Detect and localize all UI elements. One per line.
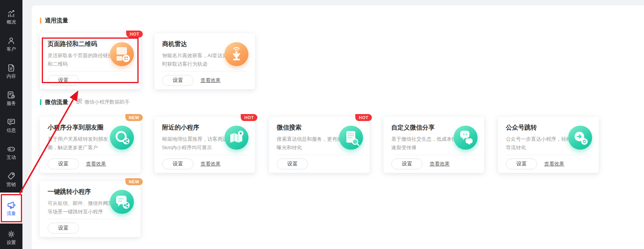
card-desc: 智能名片高效获客，AI雷达实时获取访客行为轨迹 [162, 51, 231, 68]
new-badge: NEW [125, 114, 143, 121]
card-desc: 基于微信社交生态，低成本快速裂变传播 [391, 135, 460, 152]
hot-badge: HOT [126, 31, 143, 38]
sidebar-item-label: 流量 [7, 211, 16, 216]
card-official-account-jump: 公众号跳转 公众号一步直达小程序，轻松导流转化 设置 查看效果 [498, 117, 599, 173]
card-custom-wechat-share: 自定义微信分享 基于微信社交生态，低成本快速裂变传播 设置 查看效果 [384, 117, 484, 173]
sidebar-item-content[interactable]: 内容 [0, 57, 22, 84]
card-footer: 设置 查看效果 [162, 155, 247, 173]
sidebar-item-label: 营销 [7, 182, 16, 187]
sidebar-item-interaction[interactable]: 互动 [0, 138, 22, 165]
wechat-card-grid-row2: NEW 一键跳转小程序 可从短信、邮件、微信外网页等场景一键跳转至小程序 设置 [40, 181, 644, 237]
settings-button[interactable]: 设置 [162, 75, 194, 86]
assistant-label: 微信小程序数据助手 [84, 99, 130, 106]
content-icon [7, 63, 15, 72]
settings-button[interactable]: 设置 [506, 159, 537, 169]
settings-icon [7, 230, 15, 238]
wechat-card-grid: NEW 小程序分享到朋友圈 基于用户关系链转发到朋友圈，触达更多更广客户 设置 … [40, 117, 644, 173]
card-page-path-qrcode: HOT 页面路径和二维码 灵活获取各个页面的路径链接和二维码 设置 [40, 33, 140, 89]
sidebar-item-label: 概况 [7, 20, 16, 24]
moments-share-icon [110, 126, 134, 150]
general-card-grid: HOT 页面路径和二维码 灵活获取各个页面的路径链接和二维码 设置 商机雷达 智… [40, 33, 644, 89]
card-desc: 根据地理位置推荐，访客周边5km内小程序均可展示 [162, 135, 231, 152]
overview-icon [7, 9, 15, 18]
card-nearby-mini-programs: HOT 附近的小程序 根据地理位置推荐，访客周边5km内小程序均可展示 设置 查… [154, 117, 255, 173]
settings-button[interactable]: 设置 [391, 159, 423, 169]
radar-icon [224, 42, 248, 66]
traffic-icon [7, 200, 16, 209]
sidebar-item-label: 客户 [7, 47, 16, 51]
card-footer: 设置 [48, 71, 133, 89]
settings-button[interactable]: 设置 [48, 159, 79, 169]
card-footer: 设置 [48, 219, 133, 237]
card-desc: 公众号一步直达小程序，轻松导流转化 [506, 135, 575, 152]
services-icon [7, 90, 15, 99]
section-title: 通用流量 [45, 17, 68, 24]
nearby-map-pin-icon [224, 126, 248, 150]
view-effect-link[interactable]: 查看效果 [86, 160, 106, 167]
hot-badge: HOT [355, 114, 372, 121]
sidebar-item-label: 设置 [7, 240, 16, 245]
settings-button[interactable]: 设置 [48, 75, 79, 86]
settings-button[interactable]: 设置 [162, 159, 194, 169]
card-footer: 设置 查看效果 [48, 155, 133, 173]
doc-search-icon [339, 126, 363, 150]
card-wechat-search: HOT 微信搜索 搜索直达信息和服务，更有效曝光和转化 设置 [269, 117, 370, 173]
view-effect-link[interactable]: 查看效果 [430, 160, 450, 167]
card-footer: 设置 查看效果 [162, 71, 247, 89]
sidebar-item-messages[interactable]: 信息 [0, 111, 22, 138]
page-qrcode-icon [110, 42, 134, 66]
marketing-icon [7, 172, 15, 180]
card-footer: 设置 [277, 155, 362, 173]
view-effect-link[interactable]: 查看效果 [544, 160, 564, 167]
sidebar-item-customers[interactable]: 客户 [0, 30, 22, 57]
sidebar-item-label: 内容 [7, 74, 16, 78]
section-header-wechat: 微信流量 微信小程序数据助手 [40, 99, 644, 106]
interaction-icon [7, 145, 15, 153]
card-desc: 搜索直达信息和服务，更有效曝光和转化 [277, 135, 346, 152]
card-footer: 设置 查看效果 [506, 155, 591, 173]
section-title: 微信流量 [45, 99, 68, 106]
main-panel: 通用流量 HOT 页面路径和二维码 灵活获取各个页面的路径链接和二维码 设置 商… [32, 5, 644, 249]
card-business-radar: 商机雷达 智能名片高效获客，AI雷达实时获取访客行为轨迹 设置 查看效果 [154, 33, 255, 89]
sidebar-item-label: 互动 [7, 155, 16, 160]
sidebar-item-overview[interactable]: 概况 [0, 3, 22, 30]
sidebar-item-services[interactable]: 服务 [0, 84, 22, 111]
view-effect-link[interactable]: 查看效果 [200, 77, 221, 84]
teal-accent-bar [40, 99, 41, 105]
new-badge: NEW [125, 178, 143, 185]
data-assistant-icon [77, 99, 82, 106]
sidebar-item-label: 服务 [7, 101, 16, 106]
sidebar-item-marketing[interactable]: 营销 [0, 165, 22, 193]
app-root: { "colors": { "annotation_red": "#e8111c… [0, 0, 644, 249]
sidebar-item-traffic[interactable]: 流量 [0, 193, 22, 223]
card-share-to-moments: NEW 小程序分享到朋友圈 基于用户关系链转发到朋友圈，触达更多更广客户 设置 … [40, 117, 140, 173]
messages-icon [7, 118, 15, 126]
card-one-click-jump: NEW 一键跳转小程序 可从短信、邮件、微信外网页等场景一键跳转至小程序 设置 [40, 181, 140, 237]
hot-badge: HOT [241, 114, 257, 121]
message-share-icon [110, 190, 134, 214]
card-desc: 可从短信、邮件、微信外网页等场景一键跳转至小程序 [48, 199, 116, 216]
card-footer: 设置 查看效果 [391, 155, 476, 173]
sidebar: 概况 客户 内容 服务 信息 互动 营销 流量 [0, 0, 22, 249]
settings-button[interactable]: 设置 [277, 159, 308, 169]
orange-accent-bar [40, 17, 41, 24]
section-header-general: 通用流量 [40, 17, 644, 24]
settings-button[interactable]: 设置 [48, 223, 79, 234]
chat-bubbles-share-icon [454, 126, 478, 150]
customers-icon [7, 36, 15, 45]
official-account-jump-icon [568, 126, 592, 150]
card-desc: 基于用户关系链转发到朋友圈，触达更多更广客户 [48, 135, 116, 152]
mini-program-data-assistant-link[interactable]: 微信小程序数据助手 [77, 99, 130, 106]
sidebar-item-settings[interactable]: 设置 [0, 223, 22, 249]
view-effect-link[interactable]: 查看效果 [200, 160, 221, 167]
sidebar-item-label: 信息 [7, 128, 16, 133]
card-desc: 灵活获取各个页面的路径链接和二维码 [48, 51, 116, 68]
